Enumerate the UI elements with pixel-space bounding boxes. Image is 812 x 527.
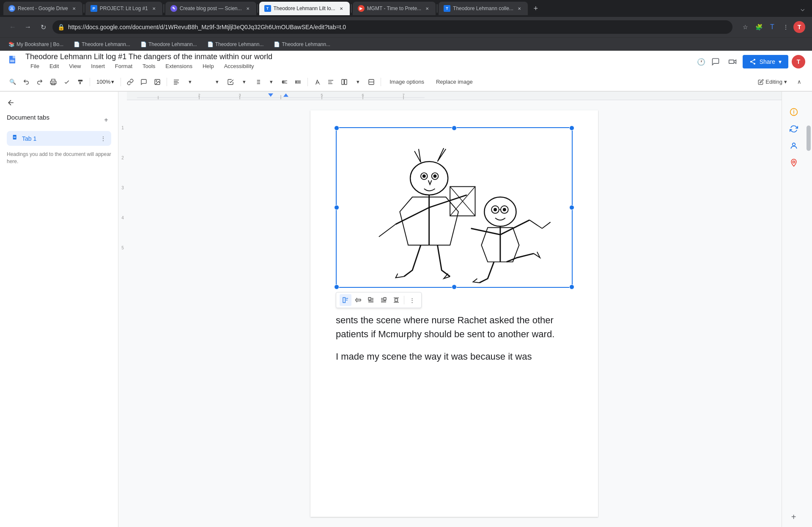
menu-view[interactable]: View: [64, 61, 86, 71]
menu-edit[interactable]: Edit: [44, 61, 64, 71]
numbered-list-dropdown[interactable]: ▾: [265, 76, 277, 88]
undo-button[interactable]: [20, 76, 32, 88]
img-more-options-button[interactable]: ⋮: [406, 294, 418, 306]
collapse-toolbar-button[interactable]: ∧: [793, 76, 805, 88]
options-button[interactable]: [365, 76, 377, 88]
column-dropdown[interactable]: ▾: [352, 76, 364, 88]
image-container[interactable]: [336, 127, 573, 288]
scrollbar-thumb[interactable]: [807, 126, 811, 151]
search-toolbar-button[interactable]: 🔍: [7, 76, 19, 88]
url-bar[interactable]: 🔒 https://docs.google.com/document/d/1WR…: [52, 20, 732, 34]
bookmark-theodore2[interactable]: 📄 Theodore Lehmann...: [137, 40, 200, 49]
handle-top-right[interactable]: [569, 126, 574, 131]
tab-theodore-college[interactable]: T Theodore Lehmann colle... ✕: [439, 2, 528, 15]
bookmark-theodore3[interactable]: 📄 Theodore Lehmann...: [204, 40, 267, 49]
menu-extensions[interactable]: Extensions: [160, 61, 198, 71]
redo-button[interactable]: [34, 76, 46, 88]
align-dropdown[interactable]: ▾: [184, 76, 196, 88]
spellcheck-button[interactable]: [61, 76, 73, 88]
extension-puzzle-button[interactable]: 🧩: [753, 21, 765, 33]
gdocs-logo[interactable]: [7, 55, 20, 68]
right-panel-user-button[interactable]: [787, 139, 801, 153]
handle-top-middle[interactable]: [452, 126, 457, 131]
comments-button[interactable]: [709, 55, 722, 68]
print-button[interactable]: [47, 76, 59, 88]
column-layout-button[interactable]: [338, 76, 350, 88]
refresh-button[interactable]: ↻: [37, 21, 49, 33]
linespace-button[interactable]: [198, 76, 209, 88]
tab-project-litlog[interactable]: P PROJECT: Lit Log #1 ✕: [85, 2, 162, 15]
menu-file[interactable]: File: [25, 61, 44, 71]
handle-top-left[interactable]: [334, 126, 339, 131]
bookmark-star-button[interactable]: ☆: [739, 21, 751, 33]
linespace-dropdown[interactable]: ▾: [211, 76, 223, 88]
meet-button[interactable]: [726, 55, 739, 68]
img-inline-button[interactable]: [352, 294, 364, 306]
tab-theodore-litlog-close[interactable]: ✕: [338, 5, 345, 12]
right-panel-location-button[interactable]: [787, 156, 801, 169]
link-button[interactable]: [124, 76, 136, 88]
tab-project-litlog-close[interactable]: ✕: [151, 5, 157, 12]
right-panel-gemini-button[interactable]: [787, 105, 801, 119]
menu-tools[interactable]: Tools: [137, 61, 160, 71]
tab-create-blog-close[interactable]: ✕: [244, 5, 251, 12]
align-button[interactable]: [170, 76, 182, 88]
tab-create-blog[interactable]: ✎ Create blog post — Scien... ✕: [165, 2, 256, 15]
handle-bottom-right[interactable]: [569, 284, 574, 289]
replace-image-button[interactable]: Replace image: [431, 77, 478, 87]
tab-recent-drive-close[interactable]: ✕: [71, 5, 77, 12]
tab-theodore-college-close[interactable]: ✕: [516, 5, 523, 12]
tab-theodore-litlog[interactable]: T Theodore Lehmann Lilt lo... ✕: [259, 2, 350, 15]
bookmark-theodore1[interactable]: 📄 Theodore Lehmann...: [70, 40, 134, 49]
sidebar-back-button[interactable]: [7, 98, 111, 107]
menu-accessibility[interactable]: Accessibility: [219, 61, 259, 71]
user-avatar[interactable]: T: [792, 55, 805, 68]
menu-insert[interactable]: Insert: [86, 61, 110, 71]
handle-middle-left[interactable]: [334, 205, 339, 210]
handle-bottom-left[interactable]: [334, 284, 339, 289]
tab-mgmt-close[interactable]: ✕: [424, 5, 431, 12]
tab-mgmt[interactable]: ▶ MGMT - Time to Prete... ✕: [353, 2, 436, 15]
text-color-button[interactable]: [311, 76, 323, 88]
right-panel-add-button[interactable]: +: [787, 510, 801, 524]
forward-button[interactable]: →: [22, 21, 34, 33]
tab-extras-button[interactable]: ⌵: [797, 3, 809, 14]
insert-comment-button[interactable]: [138, 76, 150, 88]
img-wrap-right-button[interactable]: [378, 294, 390, 306]
bookmark-bookshare[interactable]: 📚 My Bookshare | Bo...: [5, 40, 67, 49]
share-button[interactable]: Share ▾: [743, 55, 788, 68]
text-align-v-button[interactable]: [325, 76, 337, 88]
zoom-selector[interactable]: 100% ▾: [93, 77, 117, 86]
checklist-button[interactable]: [225, 76, 236, 88]
tab-recent-drive[interactable]: Recent - Google Drive ✕: [3, 2, 82, 15]
sidebar-tab1-more-button[interactable]: ⋮: [100, 135, 106, 142]
checklist-dropdown[interactable]: ▾: [238, 76, 250, 88]
last-edit-icon[interactable]: 🕐: [697, 58, 705, 66]
insert-image-button[interactable]: [151, 76, 163, 88]
decrease-indent-button[interactable]: [279, 76, 291, 88]
new-tab-button[interactable]: +: [530, 3, 542, 14]
back-button[interactable]: ←: [7, 21, 19, 33]
document-title[interactable]: Theodore Lehmann Lilt log #1 The dangers…: [25, 52, 272, 61]
document-text-area[interactable]: sents the scene where nurse Rachet asked…: [336, 313, 573, 363]
img-wrap-left-button[interactable]: [365, 294, 377, 306]
img-break-text-button[interactable]: [390, 294, 402, 306]
paint-format-button[interactable]: [74, 76, 86, 88]
sidebar-add-button[interactable]: +: [101, 115, 111, 125]
numbered-list-button[interactable]: [252, 76, 263, 88]
vertical-scrollbar[interactable]: [805, 92, 812, 527]
bookmark-theodore4[interactable]: 📄 Theodore Lehmann...: [270, 40, 334, 49]
img-align-left-button[interactable]: [340, 294, 351, 306]
menu-format[interactable]: Format: [110, 61, 137, 71]
increase-indent-button[interactable]: [292, 76, 304, 88]
extension-gdocs-button[interactable]: T: [766, 21, 778, 33]
menu-help[interactable]: Help: [198, 61, 219, 71]
handle-middle-right[interactable]: [569, 205, 574, 210]
browser-menu-button[interactable]: ⋮: [780, 21, 792, 33]
image-options-button[interactable]: Image options: [384, 77, 429, 87]
browser-profile-button[interactable]: T: [793, 21, 805, 33]
handle-bottom-middle[interactable]: [452, 284, 457, 289]
sidebar-tab1-item[interactable]: Tab 1 ⋮: [7, 131, 111, 146]
right-panel-sync-button[interactable]: [787, 122, 801, 136]
editing-mode-button[interactable]: Editing ▾: [753, 76, 792, 87]
